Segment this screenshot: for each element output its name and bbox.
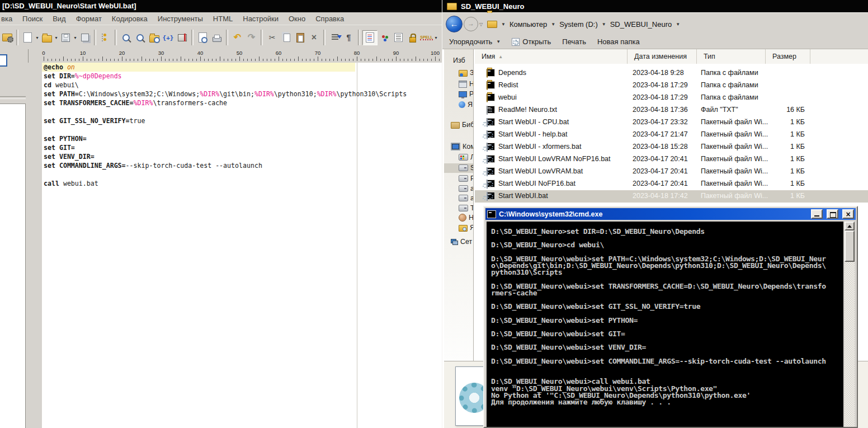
menu-item-кодировка[interactable]: Кодировка [107,15,153,23]
folder-gear-icon[interactable] [0,31,14,45]
editor-titlebar[interactable]: [D:\SD_WEBUI_Neuro\Start WebUI.bat] [0,0,444,12]
regex-icon[interactable]: {+} [161,31,175,45]
syntax-highlight-icon[interactable] [362,30,378,45]
replace-icon[interactable] [133,31,147,45]
delete-icon[interactable]: × [307,31,321,45]
table-row[interactable]: Start WebUI - CPU.bat2023-04-17 23:32Пак… [475,116,868,129]
dropdown-arrow-icon[interactable]: ▾ [433,35,438,40]
breadcrumb-arrow-icon[interactable]: ▼ [551,22,555,27]
menu-item-cut[interactable]: вка [0,15,17,23]
menu-item-вид[interactable]: Вид [48,15,71,23]
paste-icon[interactable] [293,31,307,45]
sidebar-item-Я[interactable]: Я [444,223,473,232]
table-row[interactable]: Start WebUI LowVRAM.bat2023-04-17 20:41П… [475,166,868,178]
breadcrumb-arrow-icon[interactable]: ▼ [602,22,606,27]
menu-item-справка[interactable]: Справка [310,15,349,23]
spell-check-icon[interactable]: SPELL [419,31,433,45]
back-button[interactable]: ← [446,16,463,32]
table-row[interactable]: ReadMe! Neuro.txt2023-04-18 17:36Файл "T… [475,104,868,116]
read-only-lock-icon[interactable] [405,31,419,45]
sort-lines-icon[interactable] [328,31,342,45]
column-header-blank[interactable] [810,49,868,64]
maximize-button[interactable] [827,209,838,219]
color-scheme-icon[interactable] [378,31,391,45]
sidebar-item-S[interactable]: S [444,163,473,172]
scroll-up-button[interactable] [845,222,855,231]
dropdown-arrow-icon[interactable]: ▾ [73,35,78,40]
print-icon[interactable] [210,31,224,45]
outline-list-icon [394,33,403,42]
sidebar-item-Биб[interactable]: Биб [444,120,473,129]
scroll-thumb[interactable] [845,231,855,262]
panel-inner-pane[interactable] [0,104,26,428]
bookmark-book-icon[interactable] [175,31,189,45]
console-output[interactable]: D:\SD_WEBUI_Neuro>set DIR=D:\SD_WEBUI_Ne… [487,222,843,427]
table-row[interactable]: Start WebUI - xformers.bat2023-04-18 15:… [475,141,868,153]
sidebar-item-Сет[interactable]: Сет [444,237,473,246]
sidebar-item-З[interactable]: З [444,68,473,77]
undo-icon[interactable]: ↶ [230,31,244,45]
column-header-Имя[interactable]: Имя▲ [475,49,628,64]
menu-item-окно[interactable]: Окно [284,15,310,23]
sidebar-item-Я[interactable]: Я [444,100,473,109]
explorer-titlebar[interactable]: SD_WEBUI_Neuro [442,0,868,12]
column-header-Размер[interactable]: Размер [766,49,810,64]
table-row[interactable]: Start WebUI LowVRAM NoFP16.bat2023-04-17… [475,153,868,166]
minimize-button[interactable] [811,209,823,219]
outline-tree-icon[interactable] [98,31,112,45]
table-row[interactable]: Start WebUI NoFP16.bat2023-04-17 20:41Па… [475,178,868,190]
table-row[interactable]: Depends2023-04-18 9:28Папка с файлами [475,67,868,79]
column-header-Тип[interactable]: Тип [697,49,766,64]
print-button[interactable]: Печать [562,37,586,46]
breadcrumb-item-1[interactable]: Компьютер [510,20,547,29]
new-folder-button[interactable]: Новая папка [597,37,640,46]
forward-button[interactable]: → [464,17,478,31]
open-button[interactable]: Открыть [512,37,551,46]
sidebar-item-a[interactable]: a [444,184,473,193]
sidebar-item-Изб[interactable]: Изб [444,56,473,65]
breadcrumb-item-3[interactable]: SD_WEBUI_Neuro [610,20,672,29]
table-row[interactable]: Start WebUI.bat2023-04-18 17:42Пакетный … [475,190,868,203]
paragraph-marks-icon[interactable]: ¶ [342,31,356,45]
dropdown-arrow-icon[interactable]: ▾ [54,35,59,40]
outline-list-icon[interactable] [391,31,405,45]
close-button[interactable]: × [842,209,854,219]
open-file-icon[interactable] [40,31,54,45]
copy-icon[interactable] [279,31,293,45]
sidebar-item-Н[interactable]: Н [444,213,473,222]
menu-item-инструменты[interactable]: Инструменты [153,15,208,23]
toolbar-separator [16,30,18,45]
column-header-Дата изменения[interactable]: Дата изменения [628,49,697,64]
breadcrumb-arrow-icon[interactable]: ▼ [501,22,506,27]
table-row[interactable]: webui2023-04-18 17:29Папка с файлами [475,92,868,104]
cut-icon[interactable]: ✂ [265,31,279,45]
save-icon[interactable] [59,31,73,45]
cmd-titlebar[interactable]: C:\Windows\system32\cmd.exe × [485,208,856,220]
breadcrumb-item-2[interactable]: System (D:) [559,20,598,29]
sidebar-item-Т[interactable]: Т [444,204,473,213]
code-editing-area[interactable]: @echo onset DIR=%~dp0Dependscd webui\set… [42,63,442,428]
sidebar-item-Ком[interactable]: Ком [444,142,473,151]
menu-item-html[interactable]: HTML [208,15,238,23]
menu-item-формат[interactable]: Формат [71,15,107,23]
console-scrollbar[interactable] [845,222,855,427]
menu-item-поиск[interactable]: Поиск [17,15,48,23]
print-preview-icon[interactable] [196,31,210,45]
dropdown-arrow-icon[interactable]: ▾ [35,35,40,40]
menu-item-настройки[interactable]: Настройки [238,15,284,23]
sidebar-item-Л[interactable]: Л [444,153,473,162]
table-row[interactable]: Redist2023-04-18 17:29Папка с файлами [475,79,868,92]
sidebar-item-Н[interactable]: Н [444,79,473,88]
sidebar-item-Р[interactable]: Р [444,174,473,183]
breadcrumb-arrow-icon[interactable]: ▼ [676,22,680,27]
sidebar-item-a[interactable]: a [444,194,473,203]
new-document-icon[interactable] [21,31,35,45]
table-row[interactable]: Start WebUI - help.bat2023-04-17 21:47Па… [475,129,868,141]
history-dropdown-icon[interactable]: ▽ [479,22,483,27]
redo-icon[interactable]: ↷ [244,31,258,45]
organize-button[interactable]: Упорядочить ▼ [449,37,501,46]
find-icon[interactable] [119,31,133,45]
sidebar-item-Р[interactable]: Р [444,90,473,98]
find-in-files-icon[interactable] [147,31,161,45]
save-all-icon[interactable] [78,31,92,45]
